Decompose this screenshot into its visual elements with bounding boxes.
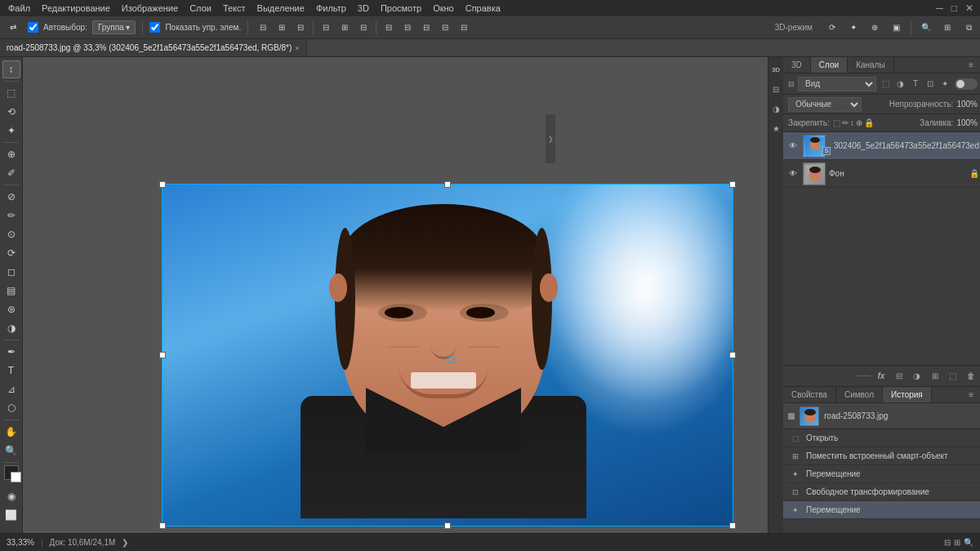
- distribute-icon4[interactable]: ⊟: [437, 20, 453, 36]
- tool-shape[interactable]: ⬡: [2, 399, 20, 417]
- menu-view[interactable]: Просмотр: [376, 2, 426, 14]
- document-tab[interactable]: road-2508733.jpg @ 33,3% (302406_5e2f1a5…: [0, 39, 307, 56]
- distribute-icon2[interactable]: ⊟: [399, 20, 416, 36]
- tool-text[interactable]: T: [2, 362, 20, 380]
- tool-gradient[interactable]: ▤: [2, 282, 20, 300]
- layer-visibility-1[interactable]: 👁: [786, 140, 800, 153]
- menu-layers[interactable]: Слои: [185, 2, 216, 14]
- distribute-icon5[interactable]: ⊟: [456, 20, 472, 36]
- maximize-btn[interactable]: □: [948, 2, 960, 14]
- filter-shape-icon[interactable]: ⊡: [924, 78, 937, 91]
- handle-bottom-left[interactable]: [159, 522, 166, 529]
- tool-move[interactable]: ↕: [2, 60, 20, 78]
- tool-dodge[interactable]: ◑: [2, 319, 20, 337]
- adjustment-icon[interactable]: ◑: [909, 368, 925, 384]
- show-controls-checkbox[interactable]: [149, 22, 160, 33]
- tool-quick-select[interactable]: ✦: [2, 122, 20, 140]
- align-top-icon[interactable]: ⊟: [318, 20, 334, 36]
- tool-eyedropper[interactable]: ✐: [2, 164, 20, 182]
- panel-menu-btn[interactable]: ≡: [960, 57, 980, 73]
- menu-help[interactable]: Справка: [461, 2, 506, 14]
- group-layers-icon[interactable]: ⊞: [927, 368, 943, 384]
- tool-pen[interactable]: ✒: [2, 343, 20, 361]
- lock-brush-icon[interactable]: ✏: [842, 118, 849, 127]
- blend-mode-select[interactable]: Обычные: [788, 97, 862, 112]
- tab-history[interactable]: История: [883, 387, 932, 402]
- menu-filter[interactable]: Фильтр: [311, 2, 351, 14]
- filter-toggle[interactable]: [955, 78, 978, 90]
- menu-select[interactable]: Выделение: [252, 2, 310, 14]
- delete-layer-icon[interactable]: 🗑: [963, 368, 979, 384]
- align-center-v-icon[interactable]: ⊞: [336, 20, 353, 36]
- handle-top-right[interactable]: [729, 181, 736, 188]
- close-btn[interactable]: ✕: [962, 2, 977, 14]
- side-expand-btn[interactable]: ❯: [546, 114, 555, 163]
- arrange-icon[interactable]: ⧉: [960, 20, 977, 36]
- menu-edit[interactable]: Редактирование: [37, 2, 115, 14]
- fx-icon[interactable]: fx: [873, 368, 889, 384]
- history-item-2[interactable]: ✦ Перемещение: [783, 465, 980, 483]
- filter-select[interactable]: Вид: [798, 77, 876, 91]
- layer-visibility-2[interactable]: 👁: [786, 167, 800, 180]
- move3d-icon[interactable]: ✦: [845, 20, 862, 36]
- handle-bottom-right[interactable]: [729, 522, 736, 529]
- history-menu-btn[interactable]: ≡: [960, 387, 980, 402]
- menu-window[interactable]: Окно: [428, 2, 459, 14]
- tool-eraser[interactable]: ◻: [2, 263, 20, 281]
- tool-lasso[interactable]: ⟲: [2, 103, 20, 121]
- tab-channels[interactable]: Каналы: [848, 57, 894, 73]
- menu-image[interactable]: Изображение: [117, 2, 183, 14]
- distribute-icon3[interactable]: ⊟: [418, 20, 434, 36]
- history-item-1[interactable]: ⊞ Поместить встроенный смарт-объект: [783, 447, 980, 465]
- quick-mask-btn[interactable]: ◉: [2, 487, 20, 505]
- screen-mode-btn[interactable]: ⬜: [2, 506, 20, 524]
- transform-center[interactable]: [447, 355, 455, 363]
- align-right-icon[interactable]: ⊟: [292, 20, 309, 36]
- history-item-3[interactable]: ⊡ Свободное трансформирование: [783, 483, 980, 501]
- search-icon[interactable]: 🔍: [918, 20, 934, 36]
- 3d-icon-strip[interactable]: 3D: [768, 62, 783, 77]
- mask-icon[interactable]: ⊟: [891, 368, 907, 384]
- tab-layers[interactable]: Слои: [811, 57, 848, 73]
- minimize-btn[interactable]: ─: [933, 2, 947, 14]
- menu-file[interactable]: Файл: [3, 2, 35, 14]
- scale3d-icon[interactable]: ⊕: [866, 20, 883, 36]
- tool-hand[interactable]: ✋: [2, 423, 20, 441]
- group-btn[interactable]: Группа ▾: [92, 20, 136, 34]
- lock-transparent-icon[interactable]: ⬚: [833, 118, 840, 127]
- layers-icon-strip[interactable]: ⊟: [768, 82, 783, 96]
- tool-brush[interactable]: ✏: [2, 207, 20, 224]
- workspace-icon[interactable]: ⊞: [939, 20, 956, 36]
- tool-crop[interactable]: ⊕: [2, 145, 20, 163]
- tool-healing[interactable]: ⊘: [2, 188, 20, 206]
- tool-history-brush[interactable]: ⟳: [2, 244, 20, 262]
- filter-smart-icon[interactable]: ✦: [938, 78, 951, 91]
- tab-symbol[interactable]: Символ: [836, 387, 883, 402]
- camera3d-icon[interactable]: ▣: [888, 20, 904, 36]
- handle-bottom-center[interactable]: [444, 522, 451, 529]
- handle-top-center[interactable]: [444, 181, 451, 188]
- status-icon-2[interactable]: ⊞: [954, 538, 960, 547]
- handle-middle-right[interactable]: [729, 352, 736, 358]
- handle-top-left[interactable]: [159, 181, 166, 188]
- tab-properties[interactable]: Свойства: [783, 387, 836, 402]
- tab-3d[interactable]: 3D: [783, 57, 811, 73]
- status-icon-3[interactable]: 🔍: [964, 538, 973, 547]
- menu-3d[interactable]: 3D: [353, 2, 374, 14]
- canvas-area[interactable]: ❯: [23, 57, 768, 533]
- tool-clone[interactable]: ⊙: [2, 225, 20, 243]
- tool-blur[interactable]: ⊛: [2, 300, 20, 318]
- align-bottom-icon[interactable]: ⊟: [355, 20, 372, 36]
- tab-close-btn[interactable]: ×: [295, 44, 299, 52]
- tool-path[interactable]: ⊿: [2, 380, 20, 398]
- status-icon-1[interactable]: ⊟: [944, 538, 951, 547]
- lock-artboard-icon[interactable]: ⊕: [856, 118, 862, 127]
- filter-text-icon[interactable]: T: [909, 78, 922, 91]
- new-layer-icon[interactable]: ⬚: [945, 368, 961, 384]
- history-item-4[interactable]: ✦ Перемещение: [783, 501, 980, 519]
- handle-middle-left[interactable]: [159, 352, 166, 358]
- history-item-0[interactable]: ⬚ Открыть: [783, 429, 980, 447]
- tool-zoom[interactable]: 🔍: [2, 442, 20, 460]
- rotate3d-icon[interactable]: ⟳: [824, 20, 840, 36]
- tool-marquee[interactable]: ⬚: [2, 84, 20, 102]
